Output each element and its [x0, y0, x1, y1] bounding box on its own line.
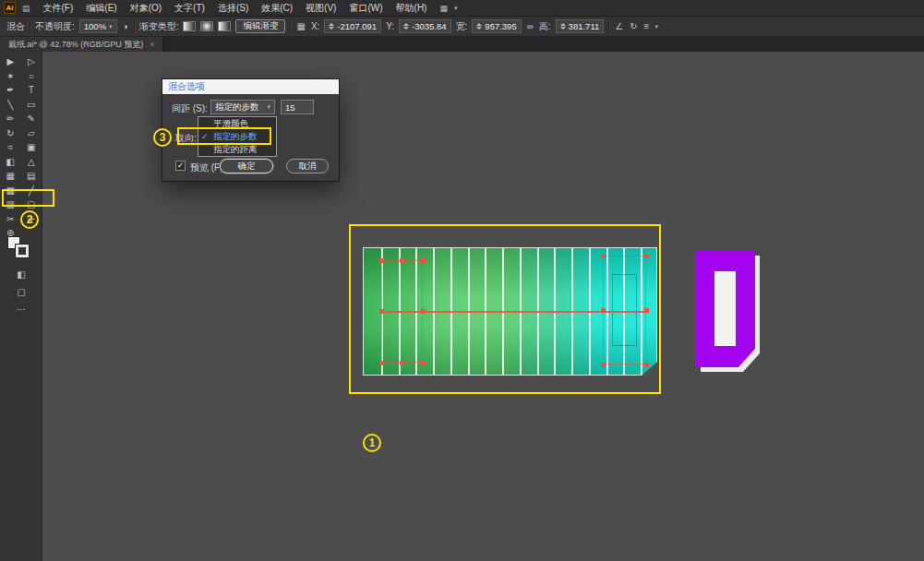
menu-item-specified-steps[interactable]: ✓ 指定的步数	[198, 130, 276, 143]
chevron-down-icon: ▾	[109, 23, 113, 30]
slice-tool-icon[interactable]: ✂	[0, 212, 21, 227]
menu-item-3[interactable]: 文字(T)	[168, 0, 211, 16]
selection-tool-icon[interactable]: ▶	[0, 54, 21, 69]
workspace-icon[interactable]: ▦	[435, 4, 452, 13]
blend-options-dialog: 混合选项 间距 (S): 指定的步数 ▾ 15 取向: 平滑颜色 ✓ 指定的步数…	[162, 78, 340, 182]
document-tab-bar: 裁纸.ai* @ 42.78% (RGB/GPU 预览) ×	[0, 37, 924, 52]
height-field[interactable]: 381.711	[556, 19, 605, 33]
direct-selection-tool-icon[interactable]: ▷	[21, 54, 42, 69]
line-segment-tool-icon[interactable]: ╲	[0, 98, 21, 113]
menubar: Ai ▤ 文件(F)编辑(E)对象(O)文字(T)选择(S)效果(C)视图(V)…	[0, 0, 924, 17]
divider	[134, 20, 135, 33]
free-transform-tool-icon[interactable]: ▣	[21, 140, 42, 155]
menu-item-1[interactable]: 编辑(E)	[79, 0, 123, 16]
fill-stroke-swatches[interactable]	[7, 236, 31, 260]
magic-wand-tool-icon[interactable]: ✶	[0, 69, 21, 84]
stepper-icon[interactable]	[560, 23, 566, 30]
stroke-swatch[interactable]	[16, 245, 29, 257]
more-tools-icon[interactable]: ⋯	[17, 304, 26, 315]
document-tab[interactable]: 裁纸.ai* @ 42.78% (RGB/GPU 预览) ×	[0, 37, 163, 52]
x-label: X:	[311, 21, 319, 31]
menu-item-0[interactable]: 文件(F)	[37, 0, 80, 16]
spacing-label: 间距 (S):	[172, 102, 208, 115]
spacing-value: 指定的步数	[215, 101, 259, 113]
purple-letter-shape[interactable]	[696, 251, 755, 367]
mesh-tool-icon[interactable]: ▦	[0, 169, 21, 184]
width-label: 宽:	[456, 20, 468, 33]
home-icon[interactable]: ▤	[18, 4, 35, 13]
app-logo: Ai	[4, 2, 16, 14]
gradient-radial-icon[interactable]	[200, 21, 213, 31]
rotate-tool-icon[interactable]: ↻	[0, 126, 21, 141]
menu-item-2[interactable]: 对象(O)	[124, 0, 168, 16]
gradient-tool-icon[interactable]: ▤	[21, 169, 42, 184]
preview-checkbox[interactable]: ✓	[175, 161, 186, 171]
menu-item-smooth-color[interactable]: 平滑颜色	[198, 117, 276, 130]
menu-item-4[interactable]: 选择(S)	[211, 0, 255, 16]
document-title: 裁纸.ai* @ 42.78% (RGB/GPU 预览)	[8, 39, 143, 51]
panel-menu-icon[interactable]: ≡	[643, 21, 651, 31]
divider	[290, 20, 291, 33]
y-field[interactable]: -3035.84	[399, 19, 451, 33]
pen-tool-icon[interactable]: ✒	[0, 83, 21, 98]
width-field[interactable]: 957.395	[472, 19, 521, 33]
opacity-label: 不透明度:	[35, 20, 75, 33]
lasso-tool-icon[interactable]: ○	[21, 69, 42, 84]
steps-value: 15	[285, 102, 295, 113]
edit-gradient-button[interactable]: 编辑渐变	[235, 19, 285, 33]
link-dimensions-icon[interactable]: ∞	[526, 21, 534, 31]
orientation-label: 取向:	[175, 132, 197, 145]
annotation-box-blend-tool	[2, 189, 54, 207]
spacing-dropdown[interactable]: 指定的步数 ▾	[210, 100, 275, 114]
workspace-caret-icon[interactable]: ▾	[454, 5, 458, 12]
scale-tool-icon[interactable]: ▱	[21, 126, 42, 141]
tools-panel: ▶▷✶○✒T╲▭✏✎↻▱≈▣◧△▦▤▩╱▥▢✂✛⊕ ◧ ▢ ⋯	[0, 52, 42, 561]
opacity-value: 100%	[84, 21, 106, 31]
stepper-icon[interactable]	[329, 23, 334, 30]
menu-item-7[interactable]: 窗口(W)	[342, 0, 389, 16]
rectangle-tool-icon[interactable]: ▭	[21, 98, 42, 113]
close-tab-icon[interactable]: ×	[150, 40, 154, 49]
shear-icon[interactable]: ∠	[614, 21, 624, 31]
paintbrush-tool-icon[interactable]: ✏	[0, 112, 21, 126]
draw-mode-icon[interactable]: ◧	[17, 269, 25, 280]
menubar-items: 文件(F)编辑(E)对象(O)文字(T)选择(S)效果(C)视图(V)窗口(W)…	[37, 0, 434, 16]
purple-letter-counter	[714, 271, 736, 346]
gradient-freeform-icon[interactable]	[218, 21, 231, 31]
cancel-button[interactable]: 取消	[286, 159, 329, 173]
y-value: -3035.84	[412, 21, 447, 31]
height-value: 381.711	[569, 21, 600, 31]
blend-mode-icon[interactable]: ◑	[122, 21, 129, 31]
perspective-grid-tool-icon[interactable]: △	[21, 155, 42, 170]
menu-item-label: 指定的距离	[213, 144, 258, 156]
screen-mode-icon[interactable]: ▢	[17, 287, 25, 297]
type-tool-icon[interactable]: T	[21, 83, 42, 98]
selection-type-label: 混合	[6, 20, 25, 33]
toolbar-bottom: ◧ ▢ ⋯	[0, 269, 42, 315]
menu-item-specified-distance[interactable]: 指定的距离	[198, 143, 276, 156]
y-label: Y:	[386, 21, 394, 31]
reference-point-icon[interactable]: ▦	[295, 21, 306, 31]
width-tool-icon[interactable]: ≈	[0, 140, 21, 155]
ok-button[interactable]: 确定	[220, 159, 273, 173]
gradient-linear-icon[interactable]	[183, 21, 196, 31]
annotation-step-1: 1	[363, 434, 381, 452]
x-field[interactable]: -2107.091	[324, 19, 381, 33]
dialog-title[interactable]: 混合选项	[162, 79, 339, 94]
rotate-icon[interactable]: ↻	[629, 21, 638, 31]
menu-item-5[interactable]: 效果(C)	[255, 0, 299, 16]
chevron-down-icon: ▾	[267, 103, 270, 111]
illustrator-window: Ai ▤ 文件(F)编辑(E)对象(O)文字(T)选择(S)效果(C)视图(V)…	[0, 0, 924, 561]
check-icon: ✓	[201, 132, 209, 141]
steps-input[interactable]: 15	[281, 100, 314, 114]
stepper-icon[interactable]	[403, 23, 409, 30]
stepper-icon[interactable]	[476, 23, 482, 30]
menu-item-6[interactable]: 视图(V)	[299, 0, 342, 16]
height-label: 高:	[539, 20, 551, 33]
opacity-field[interactable]: 100% ▾	[79, 19, 117, 33]
shape-builder-tool-icon[interactable]: ◧	[0, 155, 21, 170]
pencil-tool-icon[interactable]: ✎	[21, 112, 42, 126]
menu-item-label: 平滑颜色	[213, 118, 248, 130]
menu-item-8[interactable]: 帮助(H)	[390, 0, 434, 16]
preview-label: 预览 (P)	[190, 161, 223, 174]
